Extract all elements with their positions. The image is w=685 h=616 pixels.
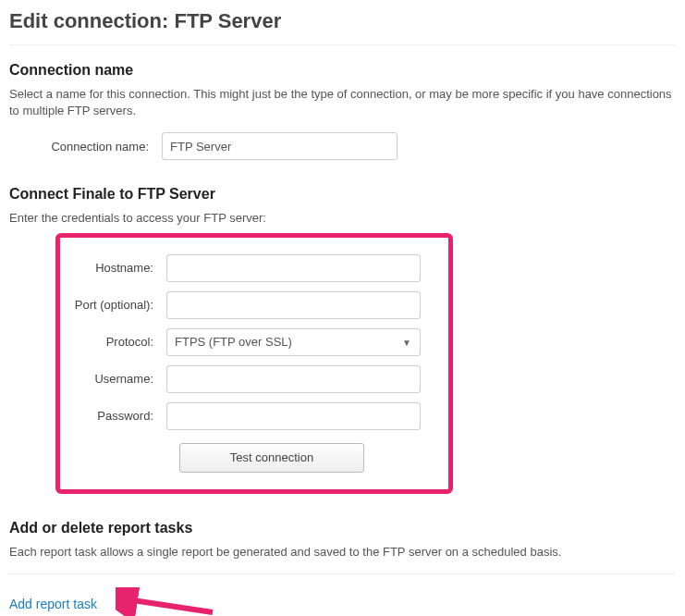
connection-name-desc: Select a name for this connection. This … (9, 86, 676, 119)
port-row: Port (optional): (60, 291, 432, 319)
password-row: Password: (60, 402, 432, 430)
connection-name-input[interactable] (162, 132, 398, 160)
connection-name-heading: Connection name (9, 62, 676, 79)
protocol-label: Protocol: (60, 335, 166, 349)
credentials-desc: Enter the credentials to access your FTP… (9, 210, 676, 227)
credentials-heading: Connect Finale to FTP Server (9, 186, 676, 203)
password-input[interactable] (166, 402, 421, 430)
username-label: Username: (60, 372, 166, 386)
report-tasks-desc: Each report task allows a single report … (9, 544, 676, 561)
arrow-annotation-icon (116, 587, 217, 616)
credentials-highlight-box: Hostname: Port (optional): Protocol: FTP… (55, 233, 453, 494)
svg-line-1 (127, 599, 213, 612)
port-label: Port (optional): (60, 298, 166, 312)
hostname-label: Hostname: (60, 261, 166, 275)
username-row: Username: (60, 365, 432, 393)
add-report-task-row: Add report task (9, 587, 676, 616)
divider (9, 573, 676, 574)
test-connection-button[interactable]: Test connection (179, 443, 364, 473)
add-report-task-link[interactable]: Add report task (9, 597, 97, 611)
username-input[interactable] (166, 365, 421, 393)
report-tasks-heading: Add or delete report tasks (9, 520, 676, 536)
port-input[interactable] (166, 291, 421, 319)
protocol-row: Protocol: FTPS (FTP over SSL) ▼ (60, 328, 432, 356)
hostname-row: Hostname: (60, 254, 432, 282)
divider (9, 44, 676, 45)
connection-name-label: Connection name: (9, 140, 162, 154)
credentials-section: Connect Finale to FTP Server Enter the c… (9, 186, 676, 493)
connection-name-section: Connection name Select a name for this c… (9, 62, 676, 160)
page-title: Edit connection: FTP Server (9, 9, 676, 33)
password-label: Password: (60, 409, 166, 423)
protocol-select[interactable]: FTPS (FTP over SSL) (166, 328, 421, 356)
hostname-input[interactable] (166, 254, 421, 282)
report-tasks-section: Add or delete report tasks Each report t… (9, 520, 676, 616)
connection-name-row: Connection name: (9, 132, 676, 160)
